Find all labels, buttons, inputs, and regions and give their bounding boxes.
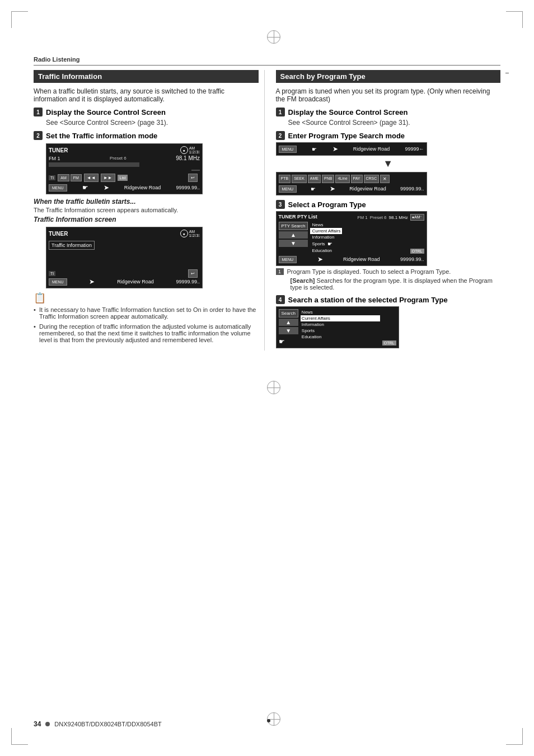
step4-down-arrow[interactable]: ▼ [279,327,298,334]
left-column: Traffic Information When a traffic bulle… [34,70,265,351]
traffic-icon-circle: ● [180,230,188,237]
step4-news[interactable]: News [301,309,380,315]
step3-note2-text: Searches for the program type. It is dis… [291,277,493,291]
pty-down-arrow[interactable]: ▼ [279,240,308,247]
tuner-label1: TUNER [49,147,68,153]
step4-search-box[interactable]: Search [279,309,298,318]
pty-screen: TUNER PTY List FM 1 Preset 6 98.1 MHz ●A… [276,211,427,266]
pty-search-col: PTY Search ▲ ▼ [279,222,308,254]
tuner-screen1: TUNER ● AM1⃣2⃣3⃣ FM 1 Preset 6 98.1 MHz … [46,143,203,194]
tuner-controls1: TI AM FM ◄◄ ►► List [49,174,200,182]
traffic-footer: MENU ➤ Ridgeview Road 99999.99.. [49,278,200,286]
pty-icon: ●AM⁻ [410,214,424,221]
right-step2-title: Enter Program Type Search mode [288,132,405,140]
traffic-freq: 99999.99.. [176,279,200,284]
crosshair-mid [267,381,280,394]
tuner-ps-bar [49,162,139,167]
pty-item-education[interactable]: Education [310,248,342,254]
section-header: Radio Listening [34,56,500,66]
pty-item-current-affairs[interactable]: Current Affairs [310,228,342,234]
step4-up-arrow[interactable]: ▲ [279,319,298,326]
return-btn2[interactable]: ↩ [188,269,198,278]
crsc-btn[interactable]: CRSC [364,175,380,183]
list-btn[interactable]: List [118,175,128,181]
tuner-row1: FM 1 Preset 6 98.1 MHz [49,155,200,161]
step4-sports[interactable]: Sports [301,328,380,334]
step3-note1-row: 1 Program Type is displayed. Touch to se… [276,268,501,275]
when-caption: When the traffic bulletin starts... [34,198,259,206]
arrow-left-btn[interactable]: ◄◄ [84,174,99,182]
tuner-footer1: MENU ☛ ➤ Ridgeview Road 99999.99.. [49,184,200,192]
right-tick [505,73,509,73]
seek-btn[interactable]: SEEK [292,175,307,183]
nav-arrow1: ➤ [104,184,109,192]
arrow-down-indicator: ▼ [276,158,501,170]
right-step2-num: 2 [276,131,285,140]
hand-cursor-pty: ☛ [327,241,332,247]
tuner-sm-hand: ☛ [312,146,317,152]
left-step2-label: 2 Set the Traffic information mode [34,131,259,140]
step4-screen: Search ▲ ▼ ☛ News Current Affairs Inform… [276,306,399,348]
device-names: DNX9240BT/DDX8024BT/DDX8054BT [54,721,161,727]
ame-btn[interactable]: AME [308,175,321,183]
traffic-info-label: Traffic Information [49,241,95,250]
return-btn1[interactable]: ↩ [188,174,198,182]
two-column-layout: Traffic Information When a traffic bulle… [34,70,500,351]
tuner-sm-menu[interactable]: MENU [279,146,297,153]
page-content: Radio Listening Traffic Information When… [34,56,500,351]
right-step2-label: 2 Enter Program Type Search mode [276,131,501,140]
menu-btn1[interactable]: MENU [49,184,67,192]
step4-otrl: OTRL [382,340,396,346]
fm-btn[interactable]: FM [71,174,82,181]
corner-mark-br [506,728,523,745]
tuner-bottom-menu[interactable]: MENU [279,185,297,193]
pty-item-news[interactable]: News [310,222,342,228]
pty-footer-freq: 99999.99.. [400,256,424,262]
otrl-badge: OTRL [410,249,424,254]
am-btn[interactable]: AM [58,174,69,181]
traffic-spacer [49,254,200,270]
right-section-title: Search by Program Type [276,70,501,83]
right-step1-desc: See <Source Control Screen> (page 31). [288,119,501,127]
x-btn[interactable]: ✕ [380,175,390,183]
left-step1-desc: See <Source Control Screen> (page 31). [46,119,259,127]
pay-btn[interactable]: PAY [351,175,363,183]
right-step3-title: Select a Program Type [288,200,366,209]
4line-btn[interactable]: 4Line [335,175,349,183]
pty-menu-btn[interactable]: MENU [279,256,297,263]
pty-item-sports[interactable]: Sports ☛ [310,240,342,248]
traffic-info-row: Traffic Information [49,240,200,252]
right-intro: A program is tuned when you set its prog… [276,87,501,103]
traffic-menu-btn[interactable]: MENU [49,278,67,286]
pty-right: OTRL [410,222,424,254]
tuner-preset1: Preset 6 [110,156,127,161]
step4-current-affairs[interactable]: Current Affairs [301,315,380,321]
left-section-title: Traffic Information [34,70,259,83]
note-item-2: During the reception of traffic informat… [34,323,259,343]
pnb-btn[interactable]: PNB [322,175,334,183]
tuner-bottom-freq: 99999.99.. [400,186,424,192]
right-step4-title: Search a station of the selected Program… [288,296,448,304]
step4-information[interactable]: Information [301,321,380,328]
tuner-screen-step2-bottom: PTB SEEK AME PNB 4Line PAY CRSC ✕ MENU ☛… [276,172,427,195]
tuner-btns-row: PTB SEEK AME PNB 4Line PAY CRSC ✕ [279,175,424,183]
step3-note1-text: Program Type is displayed. Touch to sele… [287,268,451,275]
left-intro: When a traffic bulletin starts, any sour… [34,87,259,103]
tuner-sm-top-row: MENU ☛ ➤ Ridgeview Road 99999← [279,145,424,153]
pty-up-arrow[interactable]: ▲ [279,231,308,239]
pty-fm: FM 1 [358,215,368,220]
traffic-screen: TUNER ● AM1⃣2⃣3⃣ Traffic Information TI … [46,227,203,288]
right-step1-label: 1 Display the Source Control Screen [276,108,501,116]
corner-mark-tr [506,11,523,28]
pty-title: TUNER PTY List [279,214,317,221]
step4-education[interactable]: Education [301,334,380,340]
pty-item-information[interactable]: Information [310,234,342,240]
tuner-bottom-road: Ridgeview Road [349,186,386,192]
ptb-btn[interactable]: PTB [279,175,291,183]
tuner-sm-freq: 99999← [405,146,424,152]
pty-list: PTY Search ▲ ▼ News Current Affairs Info… [279,222,343,254]
traffic-icons: ● AM1⃣2⃣3⃣ [180,230,200,237]
pty-search-box[interactable]: PTY Search [279,222,308,230]
crosshair-top [267,30,280,44]
arrow-right-btn[interactable]: ►► [101,174,115,182]
